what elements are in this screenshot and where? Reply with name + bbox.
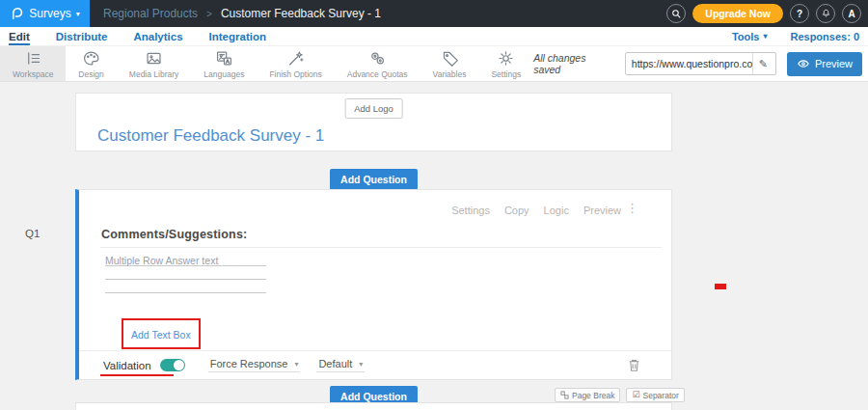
magic-wand-icon — [286, 49, 305, 68]
question-preview-button[interactable]: Preview — [583, 205, 621, 216]
question-logic-button[interactable]: Logic — [544, 205, 569, 216]
question-footer-bar: Validation Force Response ▾ Default ▾ — [79, 350, 671, 379]
edit-url-icon[interactable]: ✎ — [752, 53, 773, 74]
avatar[interactable]: A — [842, 4, 861, 23]
add-text-box-link[interactable]: Add Text Box — [131, 329, 191, 341]
answer-row-1[interactable]: Multiple Row Answer text — [105, 253, 266, 266]
tools-menu[interactable]: Tools ▾ — [732, 31, 768, 42]
nav-tabs: Edit Distribute Analytics Integration — [9, 27, 266, 45]
question-card: Settings Copy Logic Preview ⋮ Comments/S… — [75, 189, 672, 380]
validation-annotation-underline — [100, 374, 174, 376]
chevron-down-icon: ▾ — [76, 10, 80, 18]
toggle-knob — [174, 360, 184, 370]
toolbar-item-label: Workspace — [13, 69, 53, 79]
bell-icon — [821, 8, 831, 19]
help-button[interactable]: ? — [790, 4, 809, 23]
top-bar: Surveys ▾ Regional Products > Customer F… — [0, 0, 868, 27]
validation-label: Validation — [103, 360, 151, 371]
questionpro-logo-icon — [10, 6, 24, 21]
topbar-actions: Upgrade Now ? A — [666, 4, 868, 23]
toolbar-item-label: Settings — [491, 69, 521, 79]
preview-button[interactable]: Preview — [787, 52, 862, 76]
notifications-button[interactable] — [816, 4, 835, 23]
next-section-card — [75, 402, 672, 410]
image-icon — [145, 49, 163, 68]
question-copy-button[interactable]: Copy — [504, 205, 529, 216]
toolbar-item-advance-quotas[interactable]: Advance Quotas — [335, 46, 420, 81]
checkbox-icon: ☑ — [632, 391, 639, 399]
question-text[interactable]: Comments/Suggestions: — [101, 228, 247, 241]
tab-integration[interactable]: Integration — [209, 27, 266, 45]
question-divider — [100, 247, 662, 248]
question-settings-button[interactable]: Settings — [451, 205, 490, 216]
survey-header-card: Add Logo Customer Feedback Survey - 1 — [75, 93, 672, 151]
toolbar-item-finish-options[interactable]: Finish Options — [257, 46, 334, 81]
survey-url-input[interactable] — [626, 58, 752, 69]
toolbar-right: All changes saved ✎ Preview — [533, 46, 868, 81]
question-index-label: Q1 — [25, 228, 40, 239]
trash-icon — [628, 358, 640, 372]
caret-down-icon: ▾ — [359, 360, 363, 369]
nav-right: Tools ▾ Responses: 0 — [732, 31, 859, 42]
question-more-menu-icon[interactable]: ⋮ — [626, 202, 638, 214]
workspace-icon — [24, 49, 42, 68]
validation-toggle[interactable] — [160, 359, 185, 371]
breadcrumb-survey-name: Customer Feedback Survey - 1 — [221, 7, 381, 20]
separator-button[interactable]: ☑ Separator — [626, 388, 684, 402]
toolbar-item-label: Finish Options — [269, 69, 321, 79]
upgrade-now-button[interactable]: Upgrade Now — [692, 4, 783, 23]
page-break-label: Page Break — [572, 391, 614, 400]
multirow-answer-area: Multiple Row Answer text — [105, 253, 266, 293]
preview-label: Preview — [815, 58, 853, 69]
add-logo-button[interactable]: Add Logo — [344, 98, 403, 119]
toolbar-item-settings[interactable]: Settings — [478, 46, 533, 81]
toolbar-item-media-library[interactable]: Media Library — [117, 46, 192, 81]
product-switcher[interactable]: Surveys ▾ — [0, 0, 90, 27]
toolbar-item-label: Variables — [433, 69, 467, 79]
breadcrumb-separator-icon: > — [206, 9, 212, 19]
tab-distribute[interactable]: Distribute — [56, 27, 108, 45]
delete-question-button[interactable] — [628, 358, 640, 372]
tab-analytics[interactable]: Analytics — [133, 27, 182, 45]
tab-edit[interactable]: Edit — [9, 27, 30, 45]
toolbar-item-label: Design — [78, 69, 103, 79]
gear-icon — [497, 49, 515, 68]
toolbar-item-label: Advance Quotas — [347, 69, 408, 79]
translate-icon — [215, 49, 233, 68]
links-icon — [368, 49, 387, 68]
default-label: Default — [318, 358, 352, 369]
palette-icon — [82, 49, 100, 68]
toolbar-item-workspace[interactable]: Workspace — [0, 46, 66, 81]
force-response-label: Force Response — [210, 358, 288, 369]
eye-icon — [797, 58, 810, 69]
page-break-button[interactable]: Page Break — [555, 388, 620, 402]
tag-icon — [441, 49, 459, 68]
autosave-status: All changes saved — [533, 52, 614, 75]
search-icon — [671, 9, 682, 19]
main-nav: Edit Distribute Analytics Integration To… — [0, 27, 868, 45]
page-controls: Page Break ☑ Separator — [555, 388, 685, 402]
add-question-button-top[interactable]: Add Question — [330, 169, 418, 190]
toolbar-item-variables[interactable]: Variables — [420, 46, 479, 81]
answer-row-2[interactable] — [105, 266, 266, 280]
breadcrumb-folder[interactable]: Regional Products — [103, 7, 198, 20]
responses-count[interactable]: Responses: 0 — [790, 31, 859, 42]
editor-toolbar: Workspace Design Media Library Languages… — [0, 45, 868, 82]
answer-row-3[interactable] — [105, 280, 266, 293]
default-validation-select[interactable]: Default ▾ — [316, 358, 365, 372]
toolbar-item-design[interactable]: Design — [66, 46, 116, 81]
product-name: Surveys — [29, 7, 70, 20]
toolbar-item-languages[interactable]: Languages — [191, 46, 257, 81]
question-actions: Settings Copy Logic Preview — [451, 205, 621, 216]
caret-down-icon: ▾ — [294, 360, 298, 369]
add-question-row-top: Add Question — [75, 169, 672, 190]
tools-label: Tools — [732, 31, 760, 42]
toolbar-item-label: Media Library — [129, 69, 179, 79]
search-button[interactable] — [666, 4, 686, 23]
red-annotation-dash — [715, 284, 726, 289]
page-break-icon — [560, 391, 569, 399]
caret-down-icon: ▾ — [763, 32, 767, 41]
survey-title[interactable]: Customer Feedback Survey - 1 — [97, 126, 324, 146]
survey-url-box: ✎ — [625, 52, 776, 75]
force-response-select[interactable]: Force Response ▾ — [208, 358, 301, 372]
